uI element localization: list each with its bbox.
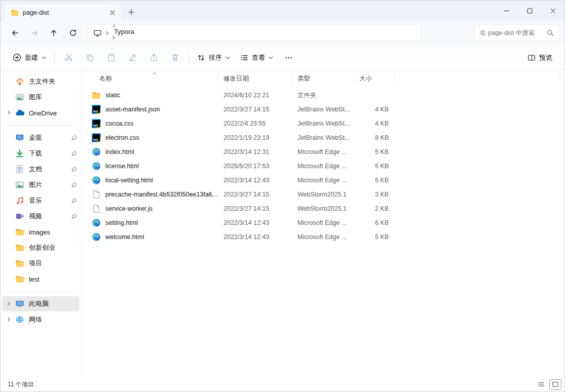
maximize-button[interactable] — [518, 1, 541, 21]
file-name-cell: WSasset-manifest.json — [91, 105, 218, 114]
file-icon — [92, 204, 101, 213]
delete-button[interactable] — [164, 49, 185, 67]
column-header-2[interactable]: 类型 — [292, 71, 354, 86]
computer-icon — [15, 299, 24, 308]
breadcrumb-item[interactable]: resources — [110, 38, 146, 42]
file-name-cell: index.html — [91, 147, 218, 156]
sidebar: 主文件夹图库OneDrive桌面下载文档图片音乐视频images创新创业项目te… — [1, 70, 82, 377]
details-view-toggle[interactable] — [535, 379, 547, 390]
view-button-label: 查看 — [252, 53, 265, 62]
sidebar-item-gallery[interactable]: 图库 — [2, 90, 80, 105]
forward-button[interactable] — [25, 24, 44, 42]
sidebar-item-test[interactable]: test — [2, 271, 80, 287]
scrollbar-up-icon[interactable] — [558, 73, 562, 76]
file-row[interactable]: precache-manifest.4b532f050ee13fa6...202… — [91, 187, 564, 202]
column-header-0[interactable]: 名称 — [91, 71, 218, 86]
chevron-down-icon — [225, 56, 230, 59]
more-options-button[interactable] — [278, 49, 299, 67]
minimize-button[interactable] — [495, 1, 518, 21]
videos-icon — [15, 212, 24, 221]
file-list-pane: 名称修改日期类型大小 static2024/6/10 22:21文件夹WSass… — [82, 70, 564, 377]
file-date: 2022/3/27 14:15 — [218, 106, 292, 113]
file-name-cell: setting.html — [91, 218, 218, 227]
webstorm-icon: WS — [92, 105, 101, 114]
large-icons-view-toggle[interactable] — [549, 379, 561, 390]
network-icon — [15, 315, 24, 324]
file-explorer-window: page-dist 此电脑Data (E:)Typoraresourcespag… — [0, 0, 565, 392]
chevron-right-icon[interactable] — [7, 317, 11, 322]
file-row[interactable]: service-worker.js2022/3/27 14:15WebStorm… — [91, 202, 564, 216]
sidebar-item-home[interactable]: 主文件夹 — [2, 74, 80, 89]
edge-icon — [92, 232, 101, 242]
file-type: WebStorm2025.1 — [292, 205, 354, 212]
column-header-1[interactable]: 修改日期 — [218, 71, 292, 86]
sidebar-item-desktop[interactable]: 桌面 — [2, 130, 80, 145]
paste-button[interactable] — [100, 49, 122, 67]
file-type: Microsoft Edge ... — [292, 233, 354, 241]
column-header-3[interactable]: 大小 — [354, 71, 395, 86]
file-date: 2022/3/14 12:43 — [218, 219, 292, 226]
file-type: WebStorm2025.1 — [292, 191, 354, 198]
file-row[interactable]: local-setting.html2022/3/14 12:43Microso… — [91, 173, 564, 187]
sidebar-item-pictures[interactable]: 图片 — [2, 177, 80, 192]
breadcrumb-chevron-icon — [104, 31, 110, 35]
file-row[interactable]: index.html2022/3/14 12:31Microsoft Edge … — [91, 145, 564, 159]
pin-icon — [71, 135, 78, 141]
file-size: 4 KB — [354, 120, 395, 127]
sidebar-item-downloads[interactable]: 下载 — [2, 146, 80, 161]
share-button[interactable] — [143, 49, 164, 67]
chevron-right-icon[interactable] — [7, 110, 11, 115]
close-button[interactable] — [541, 1, 564, 21]
sidebar-item-images[interactable]: images — [2, 224, 80, 240]
file-name: setting.html — [105, 219, 138, 226]
sidebar-item-chuangxinchuangye[interactable]: 创新创业 — [2, 240, 80, 255]
file-size: 8 KB — [354, 134, 395, 141]
refresh-button[interactable] — [63, 24, 83, 42]
music-icon — [15, 196, 24, 205]
sidebar-item-documents[interactable]: 文档 — [2, 162, 80, 177]
file-row[interactable]: license.html2025/5/20 17:53Microsoft Edg… — [91, 159, 564, 173]
file-date: 2022/3/27 14:15 — [218, 205, 292, 212]
sidebar-item-music[interactable]: 音乐 — [2, 193, 80, 208]
onedrive-icon — [15, 108, 24, 117]
file-size: 6 KB — [354, 219, 395, 226]
file-name: static — [105, 92, 120, 99]
edge-icon — [92, 162, 101, 171]
search-box[interactable]: 在 page-dist 中搜索 — [474, 24, 559, 42]
file-row[interactable]: setting.html2022/3/14 12:43Microsoft Edg… — [91, 216, 564, 230]
rename-button[interactable] — [122, 49, 143, 67]
command-bar: 新建 排序 查看 预览 — [1, 45, 564, 70]
cut-button[interactable] — [58, 49, 79, 67]
sidebar-item-network[interactable]: 网络 — [2, 312, 80, 327]
sidebar-item-videos[interactable]: 视频 — [2, 209, 80, 224]
webstorm-icon: WS — [92, 119, 101, 128]
file-row[interactable]: WSasset-manifest.json2022/3/27 14:15JetB… — [91, 102, 564, 116]
file-row[interactable]: WScocoa.css2022/2/4 23:55JetBrains WebSt… — [91, 116, 564, 131]
file-size: 5 KB — [354, 177, 395, 184]
file-name-cell: license.html — [91, 162, 218, 171]
sort-button[interactable]: 排序 — [192, 49, 235, 67]
tab-close-button[interactable] — [107, 7, 118, 18]
file-type: Microsoft Edge ... — [292, 177, 354, 184]
chevron-right-icon[interactable] — [7, 301, 11, 306]
file-row[interactable]: welcome.html2022/3/14 12:43Microsoft Edg… — [91, 230, 564, 244]
back-button[interactable] — [6, 24, 25, 42]
search-icon[interactable] — [547, 29, 554, 36]
file-row[interactable]: WSelectron.css2022/1/19 23:19JetBrains W… — [91, 131, 564, 145]
file-date: 2022/3/14 12:31 — [218, 148, 292, 155]
up-button[interactable] — [44, 24, 63, 42]
view-button[interactable]: 查看 — [235, 49, 278, 67]
file-row[interactable]: static2024/6/10 22:21文件夹 — [91, 88, 564, 102]
toolbar-separator — [54, 52, 55, 64]
copy-button[interactable] — [79, 49, 100, 67]
tab-page-dist[interactable]: page-dist — [5, 4, 121, 21]
new-tab-button[interactable] — [124, 5, 138, 19]
sidebar-item-label: 视频 — [29, 212, 42, 221]
sidebar-item-this-pc[interactable]: 此电脑 — [2, 296, 80, 311]
new-button[interactable]: 新建 — [8, 49, 51, 67]
sidebar-item-xiangmu[interactable]: 项目 — [2, 256, 80, 271]
preview-button[interactable]: 预览 — [522, 49, 557, 67]
sidebar-item-onedrive[interactable]: OneDrive — [2, 105, 80, 121]
breadcrumb[interactable]: 此电脑Data (E:)Typoraresourcespage-dist — [88, 24, 422, 42]
pin-icon — [71, 182, 78, 188]
